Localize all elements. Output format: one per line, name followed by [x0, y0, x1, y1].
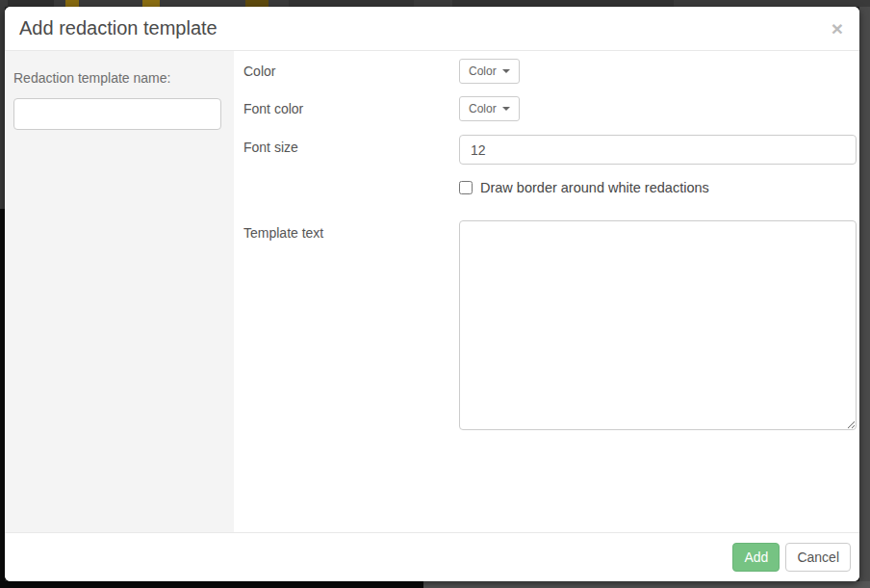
draw-border-checkbox-label[interactable]: Draw border around white redactions — [459, 180, 709, 195]
template-name-pane: Redaction template name: — [5, 51, 234, 532]
dialog-title: Add redaction template — [19, 17, 218, 39]
color-dropdown-label: Color — [469, 64, 497, 78]
background-accent-block — [245, 0, 269, 7]
background-bottom-strip — [423, 581, 870, 588]
add-redaction-template-dialog: Add redaction template × Redaction templ… — [5, 7, 859, 581]
draw-border-checkbox[interactable] — [459, 181, 473, 194]
cancel-button[interactable]: Cancel — [785, 543, 851, 572]
dialog-header: Add redaction template × — [5, 7, 859, 51]
caret-down-icon — [502, 107, 510, 111]
background-accent-block — [142, 0, 160, 7]
draw-border-checkbox-text: Draw border around white redactions — [480, 180, 709, 195]
border-checkbox-row: Draw border around white redactions — [243, 180, 857, 198]
dialog-footer: Add Cancel — [5, 532, 859, 581]
font-color-label: Font color — [243, 96, 459, 116]
template-name-input[interactable] — [13, 98, 221, 130]
template-text-label: Template text — [243, 220, 459, 241]
font-color-row: Font color Color — [243, 96, 857, 121]
color-label: Color — [243, 59, 459, 79]
background-toolbar-item — [289, 0, 414, 7]
dialog-body: Redaction template name: Color Color Fon… — [5, 51, 859, 532]
font-size-input[interactable] — [459, 135, 857, 165]
template-name-label: Redaction template name: — [13, 70, 226, 86]
template-settings-pane: Color Color Font color Color — [234, 51, 859, 532]
font-size-label: Font size — [243, 135, 459, 155]
color-row: Color Color — [243, 59, 857, 84]
background-bottom-strip-dark — [0, 581, 423, 588]
template-text-row: Template text — [243, 220, 857, 434]
font-color-dropdown[interactable]: Color — [459, 96, 520, 121]
close-icon[interactable]: × — [830, 18, 845, 38]
font-size-row: Font size — [243, 135, 857, 165]
spacer — [243, 180, 459, 185]
template-text-input[interactable] — [459, 220, 857, 430]
font-color-dropdown-label: Color — [469, 102, 497, 115]
background-toolbar-item — [8, 0, 54, 7]
background-accent-block — [65, 0, 79, 7]
screen: Add redaction template × Redaction templ… — [0, 0, 870, 588]
color-dropdown[interactable]: Color — [459, 59, 520, 84]
background-right-strip — [859, 7, 870, 581]
background-app-toolbar — [0, 0, 870, 7]
add-button[interactable]: Add — [732, 543, 780, 572]
background-toolbar-item — [452, 0, 674, 7]
caret-down-icon — [502, 69, 510, 73]
